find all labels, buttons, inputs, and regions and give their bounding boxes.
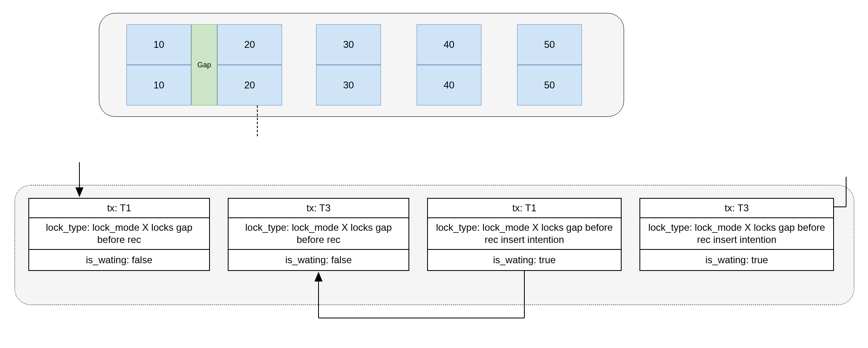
lock-box: tx: T1 lock_type: lock_mode X locks gap … xyxy=(28,198,210,271)
lock-box: tx: T3 lock_type: lock_mode X locks gap … xyxy=(228,198,409,271)
record-cell: 50 xyxy=(517,24,582,65)
lock-waiting: is_wating: false xyxy=(229,250,408,270)
record-cell: 20 xyxy=(217,65,282,105)
lock-type: lock_type: lock_mode X locks gap before … xyxy=(640,218,833,250)
lock-tx: tx: T1 xyxy=(29,199,209,218)
lock-type: lock_type: lock_mode X locks gap before … xyxy=(29,218,209,250)
lock-tx: tx: T3 xyxy=(229,199,408,218)
record-cell: 40 xyxy=(417,24,481,65)
gap-cell: Gap xyxy=(191,24,217,105)
lock-waiting: is_wating: false xyxy=(29,250,209,270)
lock-tx: tx: T3 xyxy=(640,199,833,218)
record-cell: 50 xyxy=(517,65,582,105)
lock-type: lock_type: lock_mode X locks gap before … xyxy=(229,218,408,250)
lock-type: lock_type: lock_mode X locks gap before … xyxy=(428,218,621,250)
record-cell: 20 xyxy=(217,24,282,65)
lock-box: tx: T1 lock_type: lock_mode X locks gap … xyxy=(427,198,622,271)
lock-box: tx: T3 lock_type: lock_mode X locks gap … xyxy=(639,198,834,271)
dashed-connector xyxy=(257,105,258,136)
record-cell: 10 xyxy=(126,65,191,105)
lock-waiting: is_wating: true xyxy=(640,250,833,270)
record-cell: 30 xyxy=(316,24,381,65)
record-cell: 10 xyxy=(126,24,191,65)
record-cell: 40 xyxy=(417,65,481,105)
lock-tx: tx: T1 xyxy=(428,199,621,218)
record-cell: 30 xyxy=(316,65,381,105)
lock-waiting: is_wating: true xyxy=(428,250,621,270)
